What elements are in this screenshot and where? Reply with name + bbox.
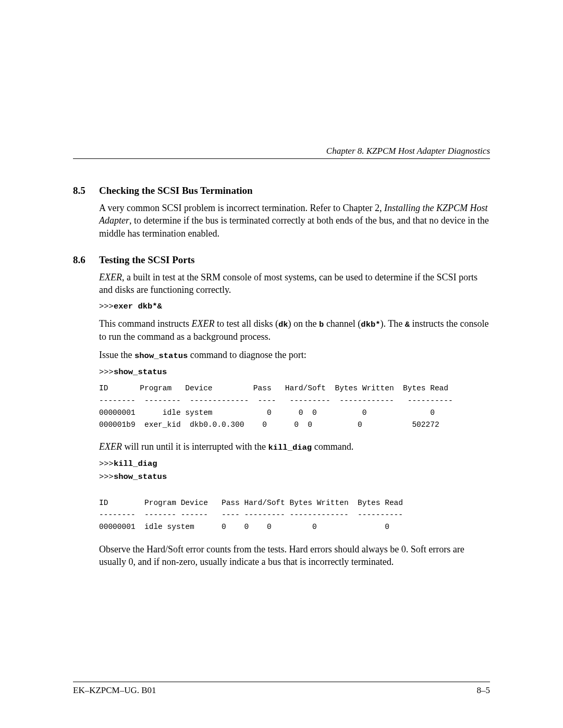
text: , a built in test at the SRM console of … — [99, 272, 478, 295]
terminal-output-1: ID Program Device Pass Hard/Soft Bytes W… — [99, 382, 490, 431]
para-8-6-4: EXER will run until it is interrupted wi… — [99, 440, 490, 453]
text: , to determine if the bus is terminated … — [99, 215, 489, 238]
code: kill_diag — [268, 443, 312, 452]
code: b — [319, 320, 324, 329]
prompt: >>> — [99, 302, 114, 311]
text-italic: EXER — [99, 441, 122, 452]
para-8-5-1: A very common SCSI problem is incorrect … — [99, 202, 490, 240]
prompt: >>> — [99, 459, 114, 468]
para-8-6-2: This command instructs EXER to test all … — [99, 317, 490, 343]
command: show_status — [114, 367, 167, 377]
terminal-output-2: ID Program Device Pass Hard/Soft Bytes W… — [99, 497, 490, 534]
section-number: 8.6 — [73, 254, 99, 266]
text: This command instructs — [99, 318, 191, 329]
code: dkb* — [361, 320, 380, 329]
command-line-show-status-2: >>>show_status — [99, 472, 490, 483]
command: exer dkb*& — [114, 302, 162, 311]
para-8-6-3: Issue the show_status command to diagnos… — [99, 349, 490, 362]
command: show_status — [114, 472, 167, 482]
text-italic: EXER — [191, 318, 214, 329]
text: command to diagnose the port: — [188, 350, 306, 360]
section-8-5: 8.5 Checking the SCSI Bus Termination A … — [73, 185, 490, 240]
code: show_status — [134, 351, 188, 361]
text: to test all disks ( — [214, 318, 278, 329]
text: will run until it is interrupted with th… — [122, 441, 268, 452]
code: & — [405, 320, 410, 329]
text-italic: EXER — [99, 272, 122, 282]
command-line-show-status-1: >>>show_status — [99, 367, 490, 378]
text: A very common SCSI problem is incorrect … — [99, 203, 384, 213]
command-line-kill-diag: >>>kill_diag — [99, 459, 490, 470]
text: command. — [312, 441, 353, 452]
text: ) on the — [288, 318, 319, 329]
para-8-6-5: Observe the Hard/Soft error counts from … — [99, 543, 490, 569]
footer-page-number: 8–5 — [477, 685, 491, 696]
para-8-6-1: EXER, a built in test at the SRM console… — [99, 271, 490, 297]
prompt: >>> — [99, 472, 114, 482]
page-footer: EK–KZPCM–UG. B01 8–5 — [73, 682, 490, 696]
section-number: 8.5 — [73, 185, 99, 196]
command-line-exer: >>>exer dkb*& — [99, 301, 490, 312]
section-heading: Testing the SCSI Ports — [99, 254, 195, 266]
running-header: Chapter 8. KZPCM Host Adapter Diagnostic… — [73, 146, 490, 159]
text: ). The — [381, 318, 405, 329]
prompt: >>> — [99, 367, 114, 377]
text: Issue the — [99, 350, 134, 360]
code: dk — [278, 320, 288, 329]
section-heading: Checking the SCSI Bus Termination — [99, 185, 253, 196]
section-8-6: 8.6 Testing the SCSI Ports EXER, a built… — [73, 254, 490, 568]
footer-doc-id: EK–KZPCM–UG. B01 — [73, 685, 156, 696]
command: kill_diag — [114, 459, 157, 468]
text: channel ( — [324, 318, 361, 329]
